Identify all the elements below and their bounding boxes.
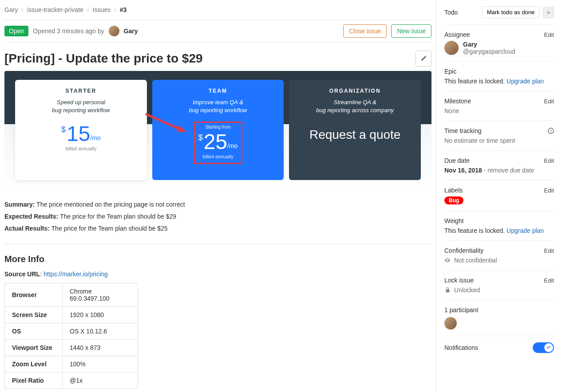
breadcrumb-item[interactable]: Gary	[4, 6, 18, 13]
plan-card-team: TEAM Improve team QA & bug reporting wor…	[152, 80, 284, 180]
unlock-icon	[444, 287, 451, 293]
issue-header: Open Opened 3 minutes ago by Gary Close …	[4, 20, 431, 43]
close-issue-button[interactable]: Close issue	[343, 24, 387, 38]
sidebar-lock: Lock issue Edit Unlocked	[444, 270, 554, 300]
plan-price: $ 15 /mo	[61, 122, 101, 146]
issue-sidebar: Todo Mark todo as done » Assignee Edit G…	[436, 0, 562, 392]
confidentiality-title: Confidentiality	[444, 247, 483, 254]
assignee-title: Assignee	[444, 31, 470, 38]
info-key: Viewport Size	[5, 340, 63, 356]
price-number: 25	[204, 129, 227, 154]
starting-from: Starting from	[198, 125, 238, 129]
summary-text: The price mentioned on the pricing page …	[36, 201, 185, 208]
sidebar-todo: Todo Mark todo as done »	[444, 0, 554, 25]
info-key: Browser	[5, 283, 63, 307]
check-icon	[546, 345, 551, 350]
status-badge: Open	[4, 26, 28, 36]
edit-title-button[interactable]	[416, 51, 431, 67]
sidebar-epic: Epic This feature is locked. Upgrade pla…	[444, 62, 554, 91]
plan-desc-line: bug reporting across company	[316, 107, 394, 114]
lock-value: Unlocked	[454, 286, 480, 294]
table-row: Zoom Level100%	[5, 356, 138, 372]
source-url-link[interactable]: https://marker.io/pricing	[44, 270, 108, 278]
plan-card-organization: ORGANIZATION Streamline QA & bug reporti…	[289, 80, 421, 180]
plan-desc-line: bug reporting workflow	[189, 107, 247, 114]
new-issue-button[interactable]: New issue	[391, 24, 431, 38]
info-value: 100%	[63, 356, 138, 372]
author-avatar[interactable]	[109, 26, 119, 36]
sidebar-time-tracking: Time tracking ? No estimate or time spen…	[444, 121, 554, 151]
dollar-sign: $	[61, 125, 66, 134]
opened-text: Opened 3 minutes ago by	[33, 27, 104, 35]
sidebar-milestone: Milestone Edit None	[444, 91, 554, 121]
upgrade-plan-link[interactable]: Upgrade plan	[507, 78, 544, 85]
colon: :	[40, 270, 44, 278]
more-info-section: More Info Source URL: https://marker.io/…	[4, 254, 431, 389]
remove-due-date[interactable]: - remove due date	[482, 167, 534, 174]
assignee-name: Gary	[463, 41, 515, 48]
due-date-value: Nov 16, 2018	[444, 167, 482, 174]
breadcrumb-separator: ›	[114, 6, 116, 13]
mark-todo-done-button[interactable]: Mark todo as done	[482, 6, 540, 18]
expected-text: The price for the Team plan should be $2…	[60, 213, 176, 220]
confidentiality-edit[interactable]: Edit	[544, 247, 554, 254]
due-date-edit[interactable]: Edit	[544, 157, 554, 164]
sidebar-notifications: Notifications	[444, 336, 554, 362]
due-date-title: Due date	[444, 157, 470, 164]
upgrade-plan-link[interactable]: Upgrade plan	[507, 227, 544, 234]
breadcrumb-separator: ›	[87, 6, 89, 13]
author-name[interactable]: Gary	[124, 27, 138, 35]
summary-label: Summary:	[4, 201, 35, 208]
milestone-edit[interactable]: Edit	[544, 98, 554, 105]
annotation-highlight-box: Starting from $ 25 /mo billed annually	[194, 122, 243, 164]
issue-description: Summary: The price mentioned on the pric…	[4, 189, 431, 244]
sidebar-weight: Weight This feature is locked. Upgrade p…	[444, 211, 554, 241]
milestone-value: None	[444, 107, 554, 114]
participants-title: 1 participant	[444, 306, 554, 314]
label-bug[interactable]: Bug	[444, 196, 463, 204]
participant-avatar[interactable]	[444, 317, 457, 329]
info-key: Screen Size	[5, 307, 63, 323]
annotation-arrow-icon	[143, 112, 192, 138]
collapse-sidebar-button[interactable]: »	[543, 7, 554, 18]
issue-title: [Pricing] - Update the price to $29	[4, 51, 416, 66]
assignee-user[interactable]: Gary @garygasparcloud	[444, 41, 554, 55]
attached-screenshot: STARTER Speed up personal bug reporting …	[4, 71, 431, 189]
breadcrumb-item[interactable]: issue-tracker-private	[27, 6, 83, 13]
assignee-edit[interactable]: Edit	[544, 31, 554, 38]
plan-desc-line: Speed up personal	[57, 99, 105, 106]
per-month: /mo	[227, 142, 237, 149]
breadcrumb-current: #3	[120, 6, 127, 13]
epic-locked-text: This feature is locked.	[444, 78, 507, 85]
plan-desc-line: bug reporting workflow	[52, 107, 110, 114]
epic-title: Epic	[444, 68, 456, 75]
svg-marker-1	[177, 125, 186, 132]
info-table: BrowserChrome 69.0.3497.100 Screen Size1…	[4, 283, 138, 389]
sidebar-labels: Labels Edit Bug	[444, 180, 554, 211]
sidebar-assignee: Assignee Edit Gary @garygasparcloud	[444, 25, 554, 62]
notifications-toggle[interactable]	[533, 342, 554, 353]
actual-text: The price for the Team plan should be $2…	[51, 225, 168, 232]
issue-main: Gary › issue-tracker-private › Issues › …	[0, 0, 436, 392]
plan-desc: Speed up personal bug reporting workflow	[20, 98, 142, 114]
per-month: /mo	[90, 134, 100, 141]
time-tracking-title: Time tracking	[444, 127, 482, 134]
plan-desc: Streamline QA & bug reporting across com…	[294, 98, 416, 114]
milestone-title: Milestone	[444, 98, 471, 105]
svg-text:?: ?	[550, 129, 552, 133]
source-url-label: Source URL	[4, 270, 40, 278]
table-row: OSOS X 10.12.6	[5, 323, 138, 340]
info-key: OS	[5, 323, 63, 340]
plan-price: $ 25 /mo	[198, 129, 238, 154]
table-row: Pixel Ratio@1x	[5, 372, 138, 389]
lock-edit[interactable]: Edit	[544, 277, 554, 284]
info-value: @1x	[63, 372, 138, 389]
weight-locked-text: This feature is locked.	[444, 227, 507, 234]
labels-edit[interactable]: Edit	[544, 187, 554, 194]
eye-icon	[444, 257, 451, 263]
info-key: Pixel Ratio	[5, 372, 63, 389]
help-icon[interactable]: ?	[548, 128, 554, 134]
plan-desc-line: Streamline QA &	[334, 99, 376, 106]
time-tracking-value: No estimate or time spent	[444, 137, 554, 144]
breadcrumb-item[interactable]: Issues	[93, 6, 111, 13]
